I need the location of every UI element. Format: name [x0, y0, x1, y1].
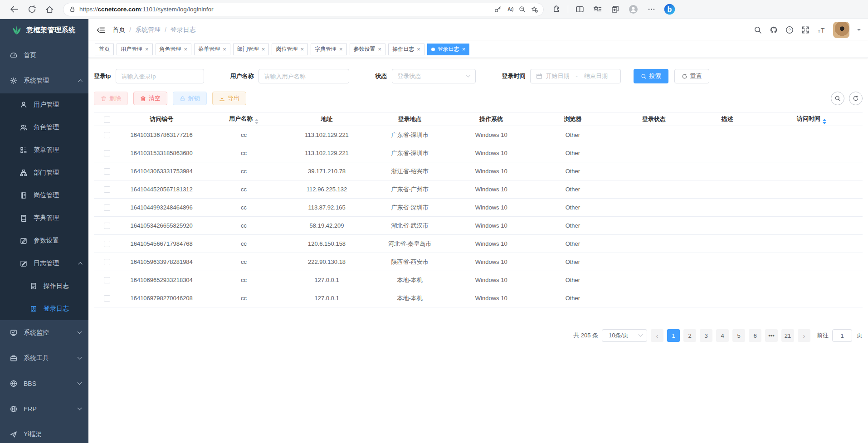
- tab-close-icon[interactable]: ×: [300, 46, 304, 52]
- column-header[interactable]: 访问时间: [760, 113, 863, 126]
- breadcrumb-home[interactable]: 首页: [112, 26, 125, 34]
- fullscreen-icon[interactable]: [801, 26, 809, 34]
- help-icon[interactable]: ?: [785, 26, 794, 34]
- header-search-icon[interactable]: [754, 26, 762, 34]
- tab-close-icon[interactable]: ×: [223, 46, 226, 52]
- collections-icon[interactable]: [611, 5, 619, 14]
- sort-caret-icon[interactable]: [823, 119, 826, 124]
- tab-close-icon[interactable]: ×: [339, 46, 343, 52]
- browser-menu-icon[interactable]: [647, 5, 656, 14]
- tab[interactable]: 角色管理×: [156, 44, 192, 55]
- sidebar-item[interactable]: 菜单管理: [0, 139, 88, 161]
- sort-caret-icon[interactable]: [255, 119, 258, 124]
- page-button[interactable]: 2: [683, 329, 696, 342]
- address-bar[interactable]: https://ccnetcore.com:1101/system/log/lo…: [63, 3, 544, 16]
- sidebar-item[interactable]: 首页: [0, 43, 88, 68]
- row-checkbox[interactable]: [104, 259, 110, 265]
- sidebar-item[interactable]: 用户管理: [0, 93, 88, 116]
- browser-back-icon[interactable]: [10, 5, 19, 14]
- status-select[interactable]: 登录状态: [392, 69, 476, 83]
- lock-icon[interactable]: [69, 6, 76, 13]
- tab-active[interactable]: 登录日志×: [427, 44, 470, 55]
- tab-close-icon[interactable]: ×: [378, 46, 382, 52]
- sidebar-item[interactable]: 角色管理: [0, 116, 88, 139]
- tab[interactable]: 部门管理×: [233, 44, 269, 55]
- sidebar-item[interactable]: 岗位管理: [0, 184, 88, 207]
- sidebar-item[interactable]: 系统监控: [0, 320, 88, 346]
- page-button[interactable]: 4: [716, 329, 729, 342]
- login-ip-field[interactable]: [116, 69, 204, 83]
- favorites-icon[interactable]: [593, 5, 602, 14]
- sidebar-item[interactable]: 日志管理: [0, 252, 88, 275]
- tab[interactable]: 用户管理×: [117, 44, 153, 55]
- tab-close-icon[interactable]: ×: [262, 46, 265, 52]
- refresh-table-button[interactable]: [849, 92, 863, 105]
- row-checkbox[interactable]: [104, 168, 110, 175]
- next-page-button[interactable]: ›: [798, 329, 810, 342]
- sidebar-item[interactable]: 登录日志: [0, 297, 88, 320]
- sidebar-logo[interactable]: 意框架管理系统: [0, 19, 88, 41]
- sidebar-item[interactable]: BBS: [0, 371, 88, 396]
- tab-close-icon[interactable]: ×: [184, 46, 188, 52]
- search-button[interactable]: 搜索: [634, 69, 668, 83]
- tab[interactable]: 岗位管理×: [272, 44, 308, 55]
- user-name-input[interactable]: [264, 73, 343, 80]
- sidebar-item[interactable]: ERP: [0, 396, 88, 422]
- column-header[interactable]: 用户名称: [203, 113, 285, 126]
- prev-page-button[interactable]: ‹: [651, 329, 663, 342]
- ellipsis-pages-button[interactable]: •••: [765, 329, 778, 342]
- tab[interactable]: 字典管理×: [311, 44, 347, 55]
- row-checkbox[interactable]: [104, 241, 110, 247]
- tab-close-icon[interactable]: ×: [417, 46, 420, 52]
- avatar-dropdown-caret-icon[interactable]: [857, 29, 861, 33]
- export-button[interactable]: 导出: [212, 92, 246, 105]
- page-button[interactable]: 6: [749, 329, 761, 342]
- tab[interactable]: 参数设置×: [350, 44, 386, 55]
- tab-close-icon[interactable]: ×: [462, 46, 466, 52]
- favorite-add-icon[interactable]: [531, 6, 538, 13]
- sidebar-item[interactable]: 系统管理: [0, 68, 88, 93]
- extensions-icon[interactable]: [552, 5, 561, 14]
- sidebar-item[interactable]: 操作日志: [0, 275, 88, 297]
- zoom-out-icon[interactable]: [519, 6, 526, 13]
- page-size-select[interactable]: 10条/页: [602, 329, 647, 342]
- show-search-button[interactable]: [831, 92, 844, 105]
- user-name-field[interactable]: [258, 69, 349, 83]
- row-checkbox[interactable]: [104, 295, 110, 302]
- tab[interactable]: 操作日志×: [388, 44, 424, 55]
- tab[interactable]: 首页: [95, 44, 114, 55]
- row-checkbox[interactable]: [104, 132, 110, 138]
- sidebar-item[interactable]: 参数设置: [0, 229, 88, 252]
- tab-close-icon[interactable]: ×: [145, 46, 149, 52]
- password-icon[interactable]: [494, 6, 501, 13]
- row-checkbox[interactable]: [104, 223, 110, 229]
- browser-reload-icon[interactable]: [28, 5, 36, 14]
- sidebar-item[interactable]: 部门管理: [0, 161, 88, 184]
- sidebar-item[interactable]: 系统工具: [0, 346, 88, 371]
- row-checkbox[interactable]: [104, 277, 110, 283]
- row-checkbox[interactable]: [104, 150, 110, 156]
- sidebar-item[interactable]: Yi框架: [0, 422, 88, 443]
- last-page-button[interactable]: 21: [781, 329, 794, 342]
- date-range-picker[interactable]: 开始日期 - 结束日期: [530, 69, 621, 83]
- sidebar-item[interactable]: 字典管理: [0, 207, 88, 229]
- row-checkbox[interactable]: [104, 186, 110, 193]
- browser-home-icon[interactable]: [45, 5, 54, 14]
- bing-icon[interactable]: b: [664, 4, 675, 15]
- page-button[interactable]: 3: [700, 329, 712, 342]
- tab[interactable]: 菜单管理×: [194, 44, 230, 55]
- user-avatar[interactable]: [833, 22, 849, 38]
- split-screen-icon[interactable]: [575, 5, 584, 14]
- clear-button[interactable]: 清空: [133, 92, 167, 105]
- reset-button[interactable]: 重置: [674, 69, 709, 83]
- read-aloud-icon[interactable]: A: [507, 6, 513, 13]
- page-button[interactable]: 5: [732, 329, 745, 342]
- login-ip-input[interactable]: [122, 73, 198, 80]
- goto-page-input[interactable]: [832, 329, 852, 342]
- row-checkbox[interactable]: [104, 204, 110, 211]
- sidebar-toggle-icon[interactable]: [97, 26, 105, 34]
- select-all-checkbox[interactable]: [104, 117, 110, 123]
- browser-profile-icon[interactable]: [629, 5, 638, 14]
- page-button[interactable]: 1: [667, 329, 680, 342]
- github-icon[interactable]: [770, 26, 778, 34]
